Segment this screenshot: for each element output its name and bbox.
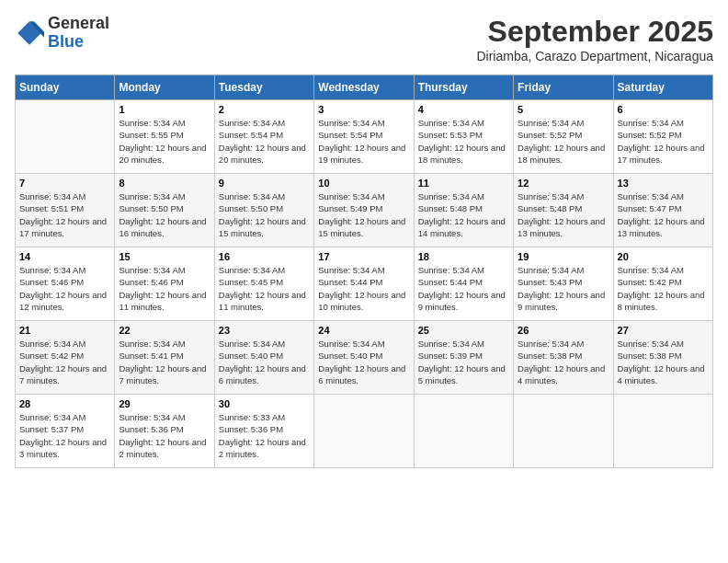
sunrise-text: Sunrise: 5:34 AM — [618, 190, 709, 202]
daylight-text: Daylight: 12 hours and 6 minutes. — [318, 362, 409, 387]
sunset-text: Sunset: 5:54 PM — [219, 129, 310, 141]
sunrise-text: Sunrise: 5:34 AM — [618, 117, 709, 129]
daylight-text: Daylight: 12 hours and 18 minutes. — [418, 142, 509, 167]
sunrise-text: Sunrise: 5:34 AM — [418, 190, 509, 202]
daylight-text: Daylight: 12 hours and 17 minutes. — [19, 215, 110, 240]
sunset-text: Sunset: 5:46 PM — [119, 276, 210, 288]
calendar-cell: 5Sunrise: 5:34 AMSunset: 5:52 PMDaylight… — [514, 100, 613, 174]
sunrise-text: Sunrise: 5:34 AM — [318, 190, 409, 202]
sunset-text: Sunset: 5:36 PM — [219, 423, 310, 435]
sunrise-text: Sunrise: 5:34 AM — [119, 338, 210, 350]
col-header-thursday: Thursday — [414, 75, 513, 100]
calendar-week-3: 14Sunrise: 5:34 AMSunset: 5:46 PMDayligh… — [16, 247, 713, 321]
calendar-week-5: 28Sunrise: 5:34 AMSunset: 5:37 PMDayligh… — [16, 395, 713, 468]
sunrise-text: Sunrise: 5:34 AM — [518, 117, 609, 129]
sunset-text: Sunset: 5:47 PM — [618, 202, 709, 214]
calendar-cell: 1Sunrise: 5:34 AMSunset: 5:55 PMDaylight… — [115, 100, 214, 174]
day-number: 21 — [19, 325, 110, 336]
logo-icon — [15, 18, 44, 48]
day-number: 8 — [119, 178, 210, 189]
col-header-saturday: Saturday — [613, 75, 712, 100]
calendar-cell: 25Sunrise: 5:34 AMSunset: 5:39 PMDayligh… — [414, 321, 513, 395]
day-info: Sunrise: 5:34 AMSunset: 5:37 PMDaylight:… — [19, 411, 110, 460]
day-number: 4 — [418, 104, 509, 115]
sunset-text: Sunset: 5:52 PM — [618, 129, 709, 141]
calendar-cell: 10Sunrise: 5:34 AMSunset: 5:49 PMDayligh… — [314, 174, 414, 247]
calendar-cell: 22Sunrise: 5:34 AMSunset: 5:41 PMDayligh… — [115, 321, 214, 395]
day-number: 30 — [219, 398, 310, 409]
day-number: 18 — [418, 251, 509, 262]
sunset-text: Sunset: 5:48 PM — [518, 202, 609, 214]
day-info: Sunrise: 5:34 AMSunset: 5:38 PMDaylight:… — [518, 338, 609, 386]
day-number: 19 — [518, 251, 609, 262]
day-info: Sunrise: 5:34 AMSunset: 5:50 PMDaylight:… — [119, 190, 210, 239]
daylight-text: Daylight: 12 hours and 4 minutes. — [618, 362, 709, 387]
daylight-text: Daylight: 12 hours and 7 minutes. — [19, 362, 110, 387]
day-number: 20 — [618, 251, 709, 262]
calendar-cell: 29Sunrise: 5:34 AMSunset: 5:36 PMDayligh… — [115, 395, 214, 468]
sunrise-text: Sunrise: 5:34 AM — [119, 117, 210, 129]
sunrise-text: Sunrise: 5:34 AM — [219, 264, 310, 276]
calendar-cell: 24Sunrise: 5:34 AMSunset: 5:40 PMDayligh… — [314, 321, 414, 395]
day-number: 3 — [318, 104, 409, 115]
daylight-text: Daylight: 12 hours and 14 minutes. — [418, 215, 509, 240]
day-info: Sunrise: 5:34 AMSunset: 5:40 PMDaylight:… — [219, 338, 310, 386]
day-number: 15 — [119, 251, 210, 262]
day-number: 14 — [19, 251, 110, 262]
calendar-cell: 7Sunrise: 5:34 AMSunset: 5:51 PMDaylight… — [16, 174, 115, 247]
day-number: 27 — [618, 325, 709, 336]
day-info: Sunrise: 5:34 AMSunset: 5:50 PMDaylight:… — [219, 190, 310, 239]
calendar-cell: 21Sunrise: 5:34 AMSunset: 5:42 PMDayligh… — [16, 321, 115, 395]
calendar-table: SundayMondayTuesdayWednesdayThursdayFrid… — [15, 75, 713, 468]
calendar-cell: 28Sunrise: 5:34 AMSunset: 5:37 PMDayligh… — [16, 395, 115, 468]
day-number: 28 — [19, 398, 110, 409]
day-info: Sunrise: 5:34 AMSunset: 5:39 PMDaylight:… — [418, 338, 509, 386]
calendar-cell: 11Sunrise: 5:34 AMSunset: 5:48 PMDayligh… — [414, 174, 513, 247]
day-info: Sunrise: 5:34 AMSunset: 5:46 PMDaylight:… — [19, 264, 110, 313]
col-header-sunday: Sunday — [16, 75, 115, 100]
day-info: Sunrise: 5:34 AMSunset: 5:42 PMDaylight:… — [19, 338, 110, 386]
sunrise-text: Sunrise: 5:34 AM — [119, 190, 210, 202]
sunrise-text: Sunrise: 5:34 AM — [19, 411, 110, 423]
day-number: 29 — [119, 398, 210, 409]
day-info: Sunrise: 5:34 AMSunset: 5:43 PMDaylight:… — [518, 264, 609, 313]
sunset-text: Sunset: 5:48 PM — [418, 202, 509, 214]
calendar-cell: 15Sunrise: 5:34 AMSunset: 5:46 PMDayligh… — [115, 247, 214, 321]
sunset-text: Sunset: 5:45 PM — [219, 276, 310, 288]
sunrise-text: Sunrise: 5:34 AM — [318, 264, 409, 276]
calendar-cell: 16Sunrise: 5:34 AMSunset: 5:45 PMDayligh… — [214, 247, 313, 321]
calendar-header-row: SundayMondayTuesdayWednesdayThursdayFrid… — [16, 75, 713, 100]
sunrise-text: Sunrise: 5:34 AM — [318, 338, 409, 350]
calendar-cell: 13Sunrise: 5:34 AMSunset: 5:47 PMDayligh… — [613, 174, 712, 247]
day-number: 13 — [618, 178, 709, 189]
sunset-text: Sunset: 5:44 PM — [418, 276, 509, 288]
day-info: Sunrise: 5:34 AMSunset: 5:41 PMDaylight:… — [119, 338, 210, 386]
day-info: Sunrise: 5:33 AMSunset: 5:36 PMDaylight:… — [219, 411, 310, 460]
sunset-text: Sunset: 5:42 PM — [19, 350, 110, 362]
col-header-wednesday: Wednesday — [314, 75, 414, 100]
day-info: Sunrise: 5:34 AMSunset: 5:52 PMDaylight:… — [618, 117, 709, 166]
calendar-cell: 18Sunrise: 5:34 AMSunset: 5:44 PMDayligh… — [414, 247, 513, 321]
day-info: Sunrise: 5:34 AMSunset: 5:55 PMDaylight:… — [119, 117, 210, 166]
sunrise-text: Sunrise: 5:34 AM — [418, 264, 509, 276]
daylight-text: Daylight: 12 hours and 15 minutes. — [318, 215, 409, 240]
daylight-text: Daylight: 12 hours and 13 minutes. — [518, 215, 609, 240]
sunrise-text: Sunrise: 5:34 AM — [318, 117, 409, 129]
daylight-text: Daylight: 12 hours and 16 minutes. — [119, 215, 210, 240]
calendar-cell — [514, 395, 613, 468]
daylight-text: Daylight: 12 hours and 17 minutes. — [618, 142, 709, 167]
sunrise-text: Sunrise: 5:34 AM — [418, 117, 509, 129]
calendar-cell — [314, 395, 414, 468]
month-title: September 2025 — [476, 15, 713, 49]
sunset-text: Sunset: 5:54 PM — [318, 129, 409, 141]
day-info: Sunrise: 5:34 AMSunset: 5:44 PMDaylight:… — [318, 264, 409, 313]
day-number: 22 — [119, 325, 210, 336]
sunset-text: Sunset: 5:50 PM — [219, 202, 310, 214]
day-number: 25 — [418, 325, 509, 336]
sunrise-text: Sunrise: 5:34 AM — [119, 264, 210, 276]
day-number: 26 — [518, 325, 609, 336]
sunrise-text: Sunrise: 5:34 AM — [418, 338, 509, 350]
sunrise-text: Sunrise: 5:34 AM — [618, 264, 709, 276]
col-header-monday: Monday — [115, 75, 214, 100]
day-info: Sunrise: 5:34 AMSunset: 5:53 PMDaylight:… — [418, 117, 509, 166]
